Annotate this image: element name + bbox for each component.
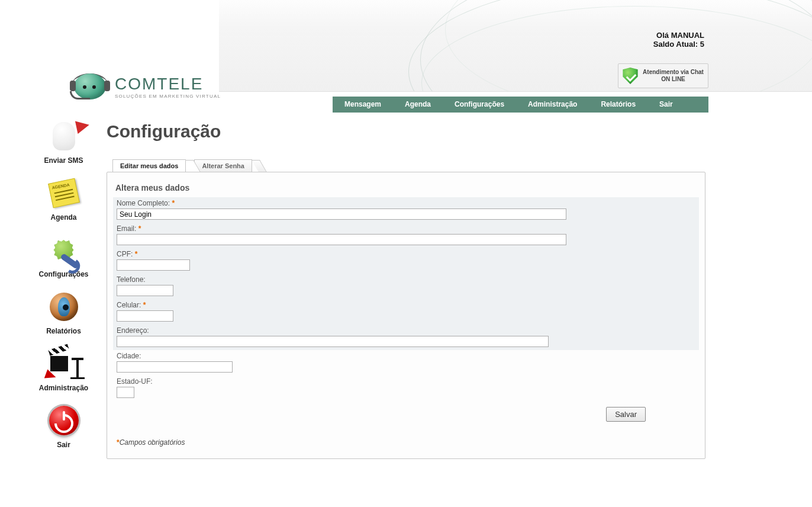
header: Olá MANUAL Saldo Atual: 5 Atendimento vi… xyxy=(0,0,812,113)
header-background xyxy=(219,0,812,92)
nav-relatorios[interactable]: Relatórios xyxy=(589,97,647,113)
nav-sair[interactable]: Sair xyxy=(647,97,685,113)
chat-support-button[interactable]: Atendimento via Chat ON LINE xyxy=(618,63,708,88)
balance-text: Saldo Atual: 5 xyxy=(653,40,704,49)
nav-mensagem[interactable]: Mensagem xyxy=(333,97,393,113)
greeting-text: Olá MANUAL xyxy=(653,31,704,40)
shield-check-icon xyxy=(622,68,639,84)
brand-logo: COMTELE SOLUÇÕES EM MARKETING VIRTUAL xyxy=(71,71,221,102)
brand-name: COMTELE xyxy=(115,75,221,94)
top-nav: Mensagem Agenda Configurações Administra… xyxy=(333,97,708,113)
greeting-block: Olá MANUAL Saldo Atual: 5 xyxy=(653,31,704,49)
chat-support-label: Atendimento via Chat ON LINE xyxy=(642,69,704,83)
nav-administracao[interactable]: Administração xyxy=(516,97,589,113)
brand-tagline: SOLUÇÕES EM MARKETING VIRTUAL xyxy=(115,94,221,99)
nav-configuracoes[interactable]: Configurações xyxy=(443,97,516,113)
mascot-icon xyxy=(71,71,109,102)
nav-agenda[interactable]: Agenda xyxy=(393,97,443,113)
